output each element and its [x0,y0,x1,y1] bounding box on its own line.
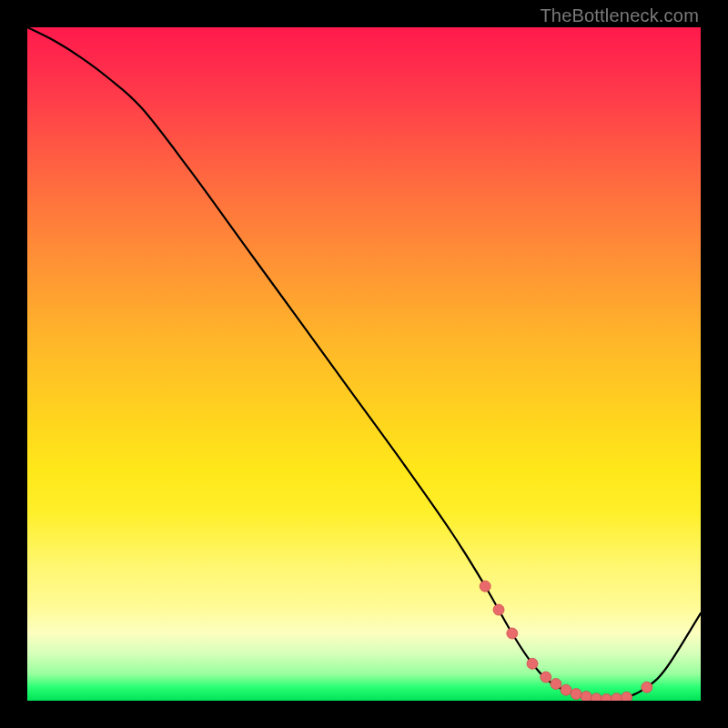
chart-stage: TheBottleneck.com [0,0,728,728]
marker-point [642,682,652,693]
marker-point [612,693,622,701]
marker-point [561,684,571,695]
marker-point [571,689,581,700]
curve-svg [27,27,701,701]
marker-point [551,679,561,690]
marker-point [601,694,612,701]
marker-point [507,628,518,639]
watermark-text: TheBottleneck.com [540,5,699,26]
marker-point [591,693,602,701]
marker-group [480,581,652,701]
marker-point [541,672,551,682]
marker-point [581,692,592,701]
marker-point [622,692,632,701]
marker-point [527,658,538,669]
plot-area [27,27,701,701]
marker-point [493,604,504,615]
curve-line [27,27,701,700]
marker-point [480,581,490,592]
